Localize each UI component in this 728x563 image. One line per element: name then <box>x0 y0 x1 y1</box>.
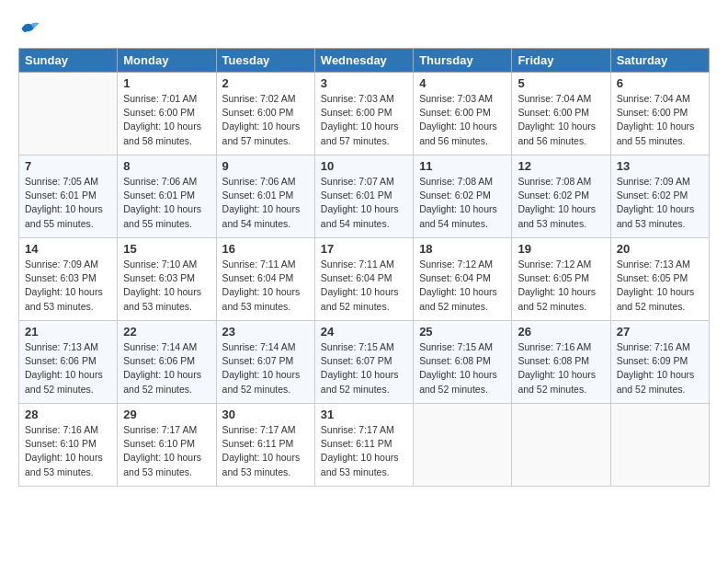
day-info: Sunrise: 7:08 AMSunset: 6:02 PMDaylight:… <box>518 175 604 231</box>
weekday-header-monday: Monday <box>118 49 216 73</box>
day-info: Sunrise: 7:17 AMSunset: 6:10 PMDaylight:… <box>123 423 210 479</box>
day-number: 4 <box>419 76 506 90</box>
calendar-cell <box>610 404 709 487</box>
day-number: 23 <box>222 325 309 339</box>
day-info: Sunrise: 7:13 AMSunset: 6:05 PMDaylight:… <box>617 258 703 314</box>
day-number: 16 <box>222 242 309 256</box>
day-info: Sunrise: 7:17 AMSunset: 6:11 PMDaylight:… <box>321 423 407 479</box>
day-number: 12 <box>518 159 604 173</box>
day-number: 20 <box>617 242 703 256</box>
day-number: 7 <box>25 159 111 173</box>
day-number: 1 <box>123 76 210 90</box>
calendar-cell: 13Sunrise: 7:09 AMSunset: 6:02 PMDayligh… <box>610 155 709 238</box>
day-number: 26 <box>518 325 604 339</box>
calendar-cell <box>414 404 512 487</box>
calendar-cell: 23Sunrise: 7:14 AMSunset: 6:07 PMDayligh… <box>216 321 314 404</box>
day-info: Sunrise: 7:15 AMSunset: 6:08 PMDaylight:… <box>419 340 506 396</box>
day-info: Sunrise: 7:03 AMSunset: 6:00 PMDaylight:… <box>321 92 407 148</box>
day-info: Sunrise: 7:12 AMSunset: 6:04 PMDaylight:… <box>419 258 506 314</box>
day-info: Sunrise: 7:12 AMSunset: 6:05 PMDaylight:… <box>518 258 604 314</box>
day-info: Sunrise: 7:04 AMSunset: 6:00 PMDaylight:… <box>617 92 703 148</box>
calendar-cell: 19Sunrise: 7:12 AMSunset: 6:05 PMDayligh… <box>512 238 610 321</box>
calendar-cell: 31Sunrise: 7:17 AMSunset: 6:11 PMDayligh… <box>314 404 413 487</box>
day-info: Sunrise: 7:07 AMSunset: 6:01 PMDaylight:… <box>321 175 407 231</box>
calendar-cell: 29Sunrise: 7:17 AMSunset: 6:10 PMDayligh… <box>118 404 216 487</box>
weekday-header-wednesday: Wednesday <box>314 49 413 73</box>
calendar-table: SundayMondayTuesdayWednesdayThursdayFrid… <box>18 48 710 487</box>
day-info: Sunrise: 7:04 AMSunset: 6:00 PMDaylight:… <box>518 92 604 148</box>
day-number: 15 <box>123 242 210 256</box>
day-number: 25 <box>419 325 506 339</box>
day-number: 21 <box>25 325 111 339</box>
calendar-cell: 12Sunrise: 7:08 AMSunset: 6:02 PMDayligh… <box>512 155 610 238</box>
day-number: 27 <box>617 325 703 339</box>
calendar-cell: 14Sunrise: 7:09 AMSunset: 6:03 PMDayligh… <box>19 238 118 321</box>
day-number: 6 <box>617 76 703 90</box>
calendar-cell: 17Sunrise: 7:11 AMSunset: 6:04 PMDayligh… <box>314 238 413 321</box>
day-number: 22 <box>123 325 210 339</box>
day-number: 19 <box>518 242 604 256</box>
calendar-cell <box>19 73 118 155</box>
day-info: Sunrise: 7:09 AMSunset: 6:03 PMDaylight:… <box>25 258 111 314</box>
day-number: 28 <box>25 408 111 421</box>
calendar-cell: 1Sunrise: 7:01 AMSunset: 6:00 PMDaylight… <box>118 73 216 155</box>
day-info: Sunrise: 7:06 AMSunset: 6:01 PMDaylight:… <box>222 175 309 231</box>
day-number: 14 <box>25 242 111 256</box>
day-number: 5 <box>518 76 604 90</box>
day-info: Sunrise: 7:05 AMSunset: 6:01 PMDaylight:… <box>25 175 111 231</box>
calendar-cell: 18Sunrise: 7:12 AMSunset: 6:04 PMDayligh… <box>414 238 512 321</box>
day-number: 18 <box>419 242 506 256</box>
weekday-header-saturday: Saturday <box>610 49 709 73</box>
day-info: Sunrise: 7:01 AMSunset: 6:00 PMDaylight:… <box>123 92 210 148</box>
weekday-header-friday: Friday <box>512 49 610 73</box>
weekday-header-sunday: Sunday <box>19 49 118 73</box>
day-info: Sunrise: 7:16 AMSunset: 6:10 PMDaylight:… <box>25 423 111 479</box>
day-info: Sunrise: 7:11 AMSunset: 6:04 PMDaylight:… <box>222 258 309 314</box>
day-number: 9 <box>222 159 309 173</box>
day-info: Sunrise: 7:09 AMSunset: 6:02 PMDaylight:… <box>617 175 703 231</box>
calendar-cell: 8Sunrise: 7:06 AMSunset: 6:01 PMDaylight… <box>118 155 216 238</box>
day-info: Sunrise: 7:14 AMSunset: 6:07 PMDaylight:… <box>222 340 309 396</box>
day-info: Sunrise: 7:08 AMSunset: 6:02 PMDaylight:… <box>419 175 506 231</box>
calendar-cell: 30Sunrise: 7:17 AMSunset: 6:11 PMDayligh… <box>216 404 314 487</box>
day-number: 17 <box>321 242 407 256</box>
day-info: Sunrise: 7:02 AMSunset: 6:00 PMDaylight:… <box>222 92 309 148</box>
day-info: Sunrise: 7:10 AMSunset: 6:03 PMDaylight:… <box>123 258 210 314</box>
day-number: 10 <box>321 159 407 173</box>
calendar-cell: 3Sunrise: 7:03 AMSunset: 6:00 PMDaylight… <box>314 73 413 155</box>
day-number: 13 <box>617 159 703 173</box>
calendar-cell: 6Sunrise: 7:04 AMSunset: 6:00 PMDaylight… <box>610 73 709 155</box>
day-info: Sunrise: 7:15 AMSunset: 6:07 PMDaylight:… <box>321 340 407 396</box>
day-number: 8 <box>123 159 210 173</box>
calendar-cell: 24Sunrise: 7:15 AMSunset: 6:07 PMDayligh… <box>314 321 413 404</box>
day-number: 29 <box>123 408 210 421</box>
calendar-cell: 4Sunrise: 7:03 AMSunset: 6:00 PMDaylight… <box>414 73 512 155</box>
day-number: 3 <box>321 76 407 90</box>
calendar-cell: 15Sunrise: 7:10 AMSunset: 6:03 PMDayligh… <box>118 238 216 321</box>
calendar-cell: 11Sunrise: 7:08 AMSunset: 6:02 PMDayligh… <box>414 155 512 238</box>
calendar-cell: 16Sunrise: 7:11 AMSunset: 6:04 PMDayligh… <box>216 238 314 321</box>
calendar-cell: 21Sunrise: 7:13 AMSunset: 6:06 PMDayligh… <box>19 321 118 404</box>
calendar-cell: 5Sunrise: 7:04 AMSunset: 6:00 PMDaylight… <box>512 73 610 155</box>
calendar-cell: 28Sunrise: 7:16 AMSunset: 6:10 PMDayligh… <box>19 404 118 487</box>
day-number: 2 <box>222 76 309 90</box>
weekday-header-tuesday: Tuesday <box>216 49 314 73</box>
day-info: Sunrise: 7:06 AMSunset: 6:01 PMDaylight:… <box>123 175 210 231</box>
day-info: Sunrise: 7:03 AMSunset: 6:00 PMDaylight:… <box>419 92 506 148</box>
day-info: Sunrise: 7:13 AMSunset: 6:06 PMDaylight:… <box>25 340 111 396</box>
day-info: Sunrise: 7:16 AMSunset: 6:09 PMDaylight:… <box>617 340 703 396</box>
calendar-cell: 25Sunrise: 7:15 AMSunset: 6:08 PMDayligh… <box>414 321 512 404</box>
day-info: Sunrise: 7:14 AMSunset: 6:06 PMDaylight:… <box>123 340 210 396</box>
day-info: Sunrise: 7:11 AMSunset: 6:04 PMDaylight:… <box>321 258 407 314</box>
day-number: 30 <box>222 408 309 421</box>
calendar-cell: 20Sunrise: 7:13 AMSunset: 6:05 PMDayligh… <box>610 238 709 321</box>
day-number: 11 <box>419 159 506 173</box>
calendar-cell: 9Sunrise: 7:06 AMSunset: 6:01 PMDaylight… <box>216 155 314 238</box>
calendar-cell: 2Sunrise: 7:02 AMSunset: 6:00 PMDaylight… <box>216 73 314 155</box>
logo-bird-icon <box>20 18 40 39</box>
day-number: 31 <box>321 408 407 421</box>
weekday-header-thursday: Thursday <box>414 49 512 73</box>
calendar-cell: 7Sunrise: 7:05 AMSunset: 6:01 PMDaylight… <box>19 155 118 238</box>
day-info: Sunrise: 7:16 AMSunset: 6:08 PMDaylight:… <box>518 340 604 396</box>
day-number: 24 <box>321 325 407 339</box>
